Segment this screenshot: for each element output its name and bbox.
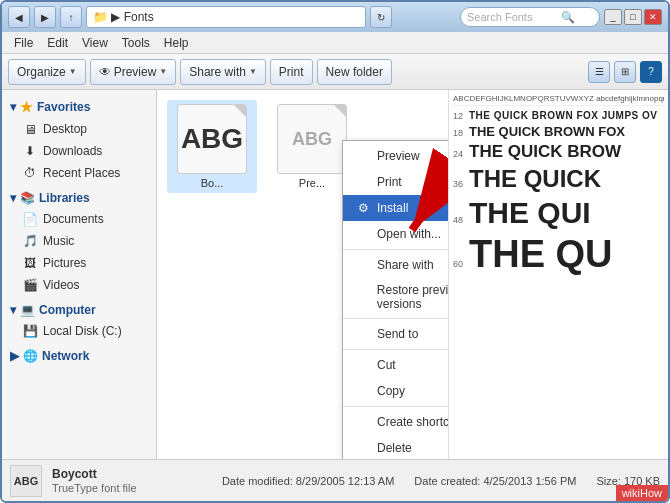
ctx-print[interactable]: Print: [343, 169, 448, 195]
sidebar-item-desktop[interactable]: 🖥 Desktop: [2, 118, 156, 140]
new-folder-button[interactable]: New folder: [317, 59, 392, 85]
context-menu: Preview Print ⚙ Install Open with...: [342, 140, 448, 459]
ctx-cut[interactable]: Cut: [343, 352, 448, 378]
sidebar-local-disk-label: Local Disk (C:): [43, 324, 122, 338]
preview-label: Preview: [114, 65, 157, 79]
file-icon-preview-text: ABG: [292, 129, 332, 150]
favorites-label: Favorites: [37, 100, 90, 114]
organize-arrow: ▼: [69, 67, 77, 76]
breadcrumb[interactable]: 📁 ▶ Fonts: [86, 6, 366, 28]
preview-size-24: 24: [453, 149, 469, 159]
view-list-button[interactable]: ☰: [588, 61, 610, 83]
ctx-restore[interactable]: Restore previous versions: [343, 278, 448, 316]
title-bar: ◀ ▶ ↑ 📁 ▶ Fonts ↻ Search Fonts 🔍 _ □ ✕: [2, 2, 668, 32]
sidebar-music-label: Music: [43, 234, 74, 248]
sidebar-item-local-disk[interactable]: 💾 Local Disk (C:): [2, 320, 156, 342]
sidebar-item-music[interactable]: 🎵 Music: [2, 230, 156, 252]
menu-edit[interactable]: Edit: [41, 34, 74, 52]
ctx-install[interactable]: ⚙ Install: [343, 195, 448, 221]
sidebar-item-videos[interactable]: 🎬 Videos: [2, 274, 156, 296]
status-details: Date modified: 8/29/2005 12:13 AM Date c…: [222, 475, 660, 487]
preview-line-18: 18 THE QUICK BROWN FOX: [453, 124, 664, 139]
file-area: ABG Bo... ABG Pre... Preview: [157, 90, 448, 459]
print-button[interactable]: Print: [270, 59, 313, 85]
ctx-open-with[interactable]: Open with...: [343, 221, 448, 247]
ctx-install-icon: ⚙: [355, 200, 371, 216]
up-button[interactable]: ↑: [60, 6, 82, 28]
menu-tools[interactable]: Tools: [116, 34, 156, 52]
preview-line-24: 24 THE QUICK BROW: [453, 142, 664, 162]
wikihow-label: wikiHow: [622, 487, 662, 499]
sidebar-item-pictures[interactable]: 🖼 Pictures: [2, 252, 156, 274]
close-button[interactable]: ✕: [644, 9, 662, 25]
menu-view[interactable]: View: [76, 34, 114, 52]
menu-help[interactable]: Help: [158, 34, 195, 52]
preview-size-12: 12: [453, 111, 469, 121]
ctx-restore-icon: [355, 289, 371, 305]
sidebar-section-network: ▶ 🌐 Network: [2, 346, 156, 366]
ctx-share-with-icon: [355, 257, 371, 273]
sidebar-item-documents[interactable]: 📄 Documents: [2, 208, 156, 230]
pictures-icon: 🖼: [22, 255, 38, 271]
ctx-send-to-label: Send to: [377, 327, 418, 341]
window: ◀ ▶ ↑ 📁 ▶ Fonts ↻ Search Fonts 🔍 _ □ ✕ F…: [0, 0, 670, 503]
back-button[interactable]: ◀: [8, 6, 30, 28]
forward-button[interactable]: ▶: [34, 6, 56, 28]
menu-file[interactable]: File: [8, 34, 39, 52]
file-icon-text: ABG: [181, 123, 243, 155]
organize-button[interactable]: Organize ▼: [8, 59, 86, 85]
sidebar-downloads-label: Downloads: [43, 144, 102, 158]
ctx-open-with-icon: [355, 226, 371, 242]
refresh-button[interactable]: ↻: [370, 6, 392, 28]
sidebar: ▾ ★ Favorites 🖥 Desktop ⬇ Downloads ⏱ Re…: [2, 90, 157, 459]
file-item-boycott[interactable]: ABG Bo...: [167, 100, 257, 193]
sidebar-videos-label: Videos: [43, 278, 79, 292]
minimize-button[interactable]: _: [604, 9, 622, 25]
help-button[interactable]: ?: [640, 61, 662, 83]
search-box[interactable]: Search Fonts 🔍: [460, 7, 600, 27]
preview-arrow: ▼: [159, 67, 167, 76]
ctx-cut-label: Cut: [377, 358, 396, 372]
computer-label: Computer: [39, 303, 96, 317]
main-content: ▾ ★ Favorites 🖥 Desktop ⬇ Downloads ⏱ Re…: [2, 90, 668, 459]
ctx-create-shortcut[interactable]: Create shortcut: [343, 409, 448, 435]
status-icon-text: ABG: [14, 475, 38, 487]
status-type: TrueType font file: [52, 482, 137, 494]
sidebar-computer-header[interactable]: ▾ 💻 Computer: [2, 300, 156, 320]
ctx-copy[interactable]: Copy: [343, 378, 448, 404]
preview-size-48: 48: [453, 215, 469, 225]
sidebar-recent-label: Recent Places: [43, 166, 120, 180]
computer-icon: 💻: [20, 303, 35, 317]
sidebar-section-libraries: ▾ 📚 Libraries 📄 Documents 🎵 Music 🖼 Pict…: [2, 188, 156, 296]
network-label: Network: [42, 349, 89, 363]
preview-text-48: THE QUI: [469, 196, 591, 230]
view-grid-button[interactable]: ⊞: [614, 61, 636, 83]
sidebar-libraries-header[interactable]: ▾ 📚 Libraries: [2, 188, 156, 208]
preview-text-24: THE QUICK BROW: [469, 142, 621, 162]
preview-text-60: THE QU: [469, 233, 613, 276]
disk-icon: 💾: [22, 323, 38, 339]
sidebar-item-recent-places[interactable]: ⏱ Recent Places: [2, 162, 156, 184]
preview-content: ABCDEFGHIJKLMNOPQRSTUVWXYZ abcdefghijklm…: [449, 90, 668, 283]
ctx-share-with[interactable]: Share with ▶: [343, 252, 448, 278]
preview-size-36: 36: [453, 179, 469, 189]
sidebar-item-downloads[interactable]: ⬇ Downloads: [2, 140, 156, 162]
preview-size-60: 60: [453, 259, 469, 269]
ctx-preview[interactable]: Preview: [343, 143, 448, 169]
new-folder-label: New folder: [326, 65, 383, 79]
preview-button[interactable]: 👁 Preview ▼: [90, 59, 177, 85]
sidebar-network-header[interactable]: ▶ 🌐 Network: [2, 346, 156, 366]
collapse-icon: ▾: [10, 100, 16, 114]
sidebar-pictures-label: Pictures: [43, 256, 86, 270]
sidebar-section-computer: ▾ 💻 Computer 💾 Local Disk (C:): [2, 300, 156, 342]
sidebar-favorites-header[interactable]: ▾ ★ Favorites: [2, 96, 156, 118]
ctx-delete[interactable]: Delete: [343, 435, 448, 459]
ctx-shortcut-icon: [355, 414, 371, 430]
ctx-send-to[interactable]: Send to ▶: [343, 321, 448, 347]
share-with-button[interactable]: Share with ▼: [180, 59, 266, 85]
documents-icon: 📄: [22, 211, 38, 227]
maximize-button[interactable]: □: [624, 9, 642, 25]
ctx-delete-label: Delete: [377, 441, 412, 455]
desktop-icon: 🖥: [22, 121, 38, 137]
preview-line-60: 60 THE QU: [453, 233, 664, 276]
